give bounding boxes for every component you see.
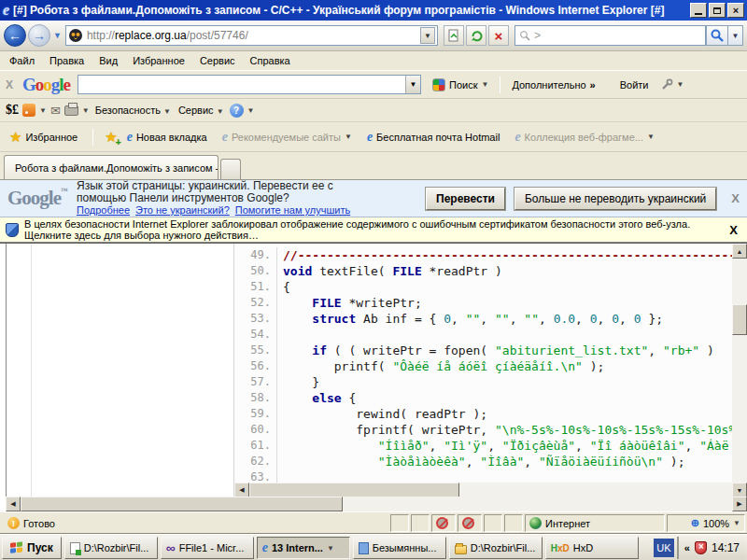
menu-0[interactable]: Файл: [2, 53, 42, 68]
code-segment: *readPtr ): [422, 264, 502, 278]
infobar-close-icon[interactable]: X: [729, 223, 738, 237]
language-indicator[interactable]: UK: [654, 539, 674, 557]
forward-button[interactable]: →: [28, 24, 50, 47]
google-signin-button[interactable]: Войти: [614, 77, 655, 93]
zoom-pane[interactable]: ⊕ 100% ▼: [667, 514, 745, 532]
zone-label: Интернет: [545, 518, 590, 529]
help-icon[interactable]: ?: [230, 104, 244, 118]
search-dropdown-button[interactable]: ▼: [728, 25, 743, 46]
taskbar-button-0[interactable]: D:\Rozbir\Fil...: [64, 537, 158, 559]
page-feed-button[interactable]: [444, 25, 464, 46]
favorites-link-1[interactable]: eРекомендуемые сайты▼: [218, 130, 356, 145]
tray-expand-icon[interactable]: «: [684, 542, 690, 553]
scrollbar-thumb[interactable]: [21, 497, 343, 511]
code-segment: 0: [634, 312, 641, 326]
address-dropdown-button[interactable]: ▼: [420, 27, 435, 44]
code-segment: [283, 296, 312, 310]
scrollbar-thumb[interactable]: [249, 483, 459, 497]
security-message[interactable]: В целях безопасности Internet Explorer з…: [24, 218, 724, 241]
taskbar-button-3[interactable]: Безымянны...: [353, 537, 446, 559]
tools-menu[interactable]: Сервис ▼: [176, 105, 226, 116]
back-button[interactable]: ←: [4, 24, 26, 47]
restore-button[interactable]: [709, 3, 726, 18]
page-horizontal-scrollbar[interactable]: ◀ ▶: [6, 497, 747, 511]
security-zone-pane[interactable]: Интернет: [525, 514, 665, 532]
code-segment: //--------------------------------------…: [283, 248, 732, 262]
refresh-button[interactable]: [466, 25, 486, 46]
favorites-link-0[interactable]: eНовая вкладка: [123, 130, 211, 145]
blocked-popup-pane[interactable]: [431, 514, 456, 532]
scroll-down-icon[interactable]: ▼: [732, 483, 747, 497]
code-lines: 49.//-----------------------------------…: [234, 244, 732, 483]
currency-icon[interactable]: $£: [6, 103, 19, 118]
security-alert-icon[interactable]: [695, 541, 707, 554]
security-info-bar[interactable]: В целях безопасности Internet Explorer з…: [0, 217, 747, 243]
scroll-up-icon[interactable]: ▲: [732, 244, 747, 259]
address-url[interactable]: http://replace.org.ua/post/57746/: [87, 29, 420, 42]
scrollbar-thumb[interactable]: [732, 304, 747, 335]
menu-2[interactable]: Вид: [92, 53, 125, 68]
stop-button[interactable]: ×: [488, 25, 509, 46]
line-number: 49.: [234, 247, 277, 263]
search-go-button[interactable]: [706, 25, 728, 46]
search-input[interactable]: >: [514, 25, 706, 46]
scrollbar-track[interactable]: [732, 259, 747, 304]
privacy-pane[interactable]: [458, 514, 482, 532]
help-dropdown-icon[interactable]: ▼: [247, 106, 255, 115]
favorites-link-2[interactable]: eБесплатная почта Hotmail: [363, 130, 504, 145]
history-dropdown-icon[interactable]: ▼: [53, 31, 62, 40]
google-search-field[interactable]: ▼: [78, 75, 421, 94]
code-horizontal-scrollbar[interactable]: ◀: [234, 483, 732, 497]
google-more-button[interactable]: Дополнительно »: [506, 77, 600, 93]
print-dropdown-icon[interactable]: ▼: [82, 106, 90, 115]
line-number: 50.: [234, 263, 277, 279]
menu-1[interactable]: Правка: [42, 53, 92, 68]
security-dropdown-icon: ▼: [163, 107, 171, 116]
print-icon[interactable]: [64, 105, 78, 116]
start-button[interactable]: Пуск: [2, 537, 62, 559]
mail-icon[interactable]: ✉: [50, 104, 61, 118]
minimize-button[interactable]: [690, 3, 707, 18]
google-search-button[interactable]: Поиск ▼: [427, 76, 494, 94]
add-favorite-button[interactable]: ★: [105, 129, 117, 146]
translate-button[interactable]: Перевести: [426, 188, 505, 210]
zoom-dropdown-icon[interactable]: ▼: [733, 519, 740, 527]
scroll-left-icon[interactable]: ◀: [6, 497, 21, 511]
scrollbar-track[interactable]: [343, 497, 732, 511]
scroll-right-icon[interactable]: ▶: [732, 497, 747, 511]
rss-icon[interactable]: [22, 104, 35, 117]
google-wrench-button[interactable]: ▼: [655, 76, 690, 94]
status-pane: [390, 514, 409, 532]
taskbar-button-1[interactable]: ∞FFile1 - Micr...: [161, 537, 254, 559]
status-bar: ! Готово Интернет ⊕ 100% ▼: [0, 511, 747, 534]
new-tab-button[interactable]: [220, 159, 241, 179]
title-bar: e [#] Робота з файлами.Допоможіть з запи…: [0, 0, 747, 21]
page-vertical-scrollbar[interactable]: ▲ ▼: [732, 244, 747, 497]
scroll-left-icon[interactable]: ◀: [234, 483, 249, 497]
taskbar-button-2[interactable]: e13 Intern...▼: [257, 537, 350, 559]
favorites-button[interactable]: ★ Избранное: [6, 127, 81, 147]
never-translate-button[interactable]: Больше не переводить украинский: [514, 188, 716, 210]
google-search-input[interactable]: [78, 76, 405, 93]
google-search-dropdown[interactable]: ▼: [405, 76, 420, 93]
google-toolbar-close-icon[interactable]: X: [6, 78, 13, 91]
menu-5[interactable]: Справка: [243, 53, 298, 68]
translate-link-1[interactable]: Это не украинский?: [135, 204, 230, 216]
menu-3[interactable]: Избранное: [125, 53, 192, 68]
address-bar[interactable]: http://replace.org.ua/post/57746/ ▼: [65, 25, 438, 46]
close-button[interactable]: ×: [727, 3, 744, 18]
taskbar-button-5[interactable]: HxDHxD: [545, 537, 639, 559]
translate-close-icon[interactable]: X: [731, 191, 740, 205]
scrollbar-track[interactable]: [732, 335, 747, 483]
security-menu[interactable]: Безопасность ▼: [93, 105, 173, 116]
status-warning-icon[interactable]: !: [7, 517, 20, 529]
translate-link-0[interactable]: Подробнее: [77, 204, 130, 216]
taskbar-button-4[interactable]: D:\Rozbir\Fil...: [449, 537, 543, 559]
menu-4[interactable]: Сервис: [192, 53, 243, 68]
translate-link-2[interactable]: Помогите нам улучшить: [235, 204, 350, 216]
rss-dropdown-icon[interactable]: ▼: [39, 106, 47, 115]
code-segment: [283, 312, 312, 326]
favorites-link-3[interactable]: eКоллекция веб-фрагме...▼: [511, 130, 657, 145]
scrollbar-track[interactable]: [459, 483, 732, 497]
tab-active[interactable]: Робота з файлами.Допоможіть з записом - …: [4, 155, 218, 179]
